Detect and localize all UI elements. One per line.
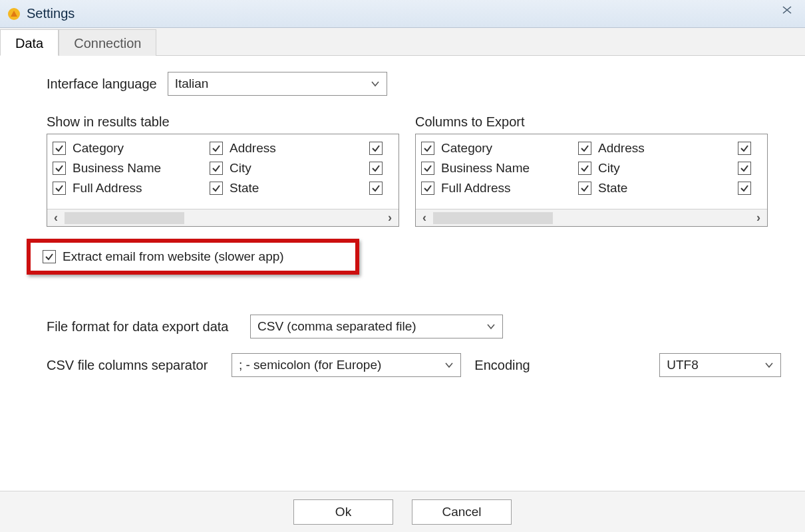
checkbox-icon[interactable] (421, 182, 434, 195)
results-panel-wrap: Show in results table Category Business … (47, 114, 399, 227)
scroll-right-icon[interactable]: › (750, 209, 767, 227)
interface-language-select[interactable]: Italian (168, 72, 387, 96)
checkbox-icon[interactable] (210, 142, 223, 155)
export-check-business-name[interactable]: Business Name (421, 158, 578, 178)
results-col-overflow (367, 138, 393, 198)
checkbox-icon[interactable] (210, 162, 223, 175)
chevron-down-icon (371, 80, 380, 87)
results-check-city[interactable]: City (210, 158, 367, 178)
results-check-address[interactable]: Address (210, 138, 367, 158)
ok-button[interactable]: Ok (293, 499, 393, 525)
chevron-down-icon (486, 323, 496, 330)
checkbox-icon[interactable] (578, 162, 591, 175)
checkbox-icon[interactable] (369, 162, 383, 175)
checkbox-icon[interactable] (421, 142, 434, 155)
results-check-state[interactable]: State (210, 178, 367, 198)
export-panel-wrap: Columns to Export Category Business Name (415, 114, 768, 227)
checkbox-icon[interactable] (53, 142, 66, 155)
chevron-down-icon (764, 362, 774, 368)
export-check-full-address[interactable]: Full Address (421, 178, 578, 198)
file-format-label: File format for data export data (47, 319, 240, 334)
interface-language-label: Interface language (47, 76, 157, 92)
extract-email-checkbox[interactable] (43, 250, 56, 263)
encoding-select[interactable]: UTF8 (659, 353, 781, 377)
results-check-business-name[interactable]: Business Name (53, 158, 210, 178)
cancel-button[interactable]: Cancel (412, 499, 512, 525)
results-panel: Category Business Name Full Address (47, 134, 399, 227)
export-check-category[interactable]: Category (421, 138, 578, 158)
export-col-2: Address City State (578, 138, 735, 198)
export-check-address[interactable]: Address (578, 138, 735, 158)
tab-connection[interactable]: Connection (59, 29, 156, 56)
results-check-category[interactable]: Category (53, 138, 210, 158)
columns-panels: Show in results table Category Business … (47, 114, 781, 227)
tab-data[interactable]: Data (0, 29, 59, 56)
scroll-right-icon[interactable]: › (381, 209, 399, 227)
scroll-left-icon[interactable]: ‹ (416, 209, 433, 227)
csv-separator-value: ; - semicolon (for Europe) (239, 358, 381, 372)
results-col-2: Address City State (210, 138, 367, 198)
export-col-1: Category Business Name Full Address (421, 138, 578, 198)
settings-window: Settings Data Connection Interface langu… (0, 0, 805, 532)
file-format-select[interactable]: CSV (comma separated file) (250, 315, 503, 338)
checkbox-icon[interactable] (369, 142, 383, 155)
export-panel: Category Business Name Full Address (415, 134, 768, 227)
scroll-track[interactable] (65, 212, 381, 224)
export-panel-title: Columns to Export (415, 114, 768, 130)
results-col-1: Category Business Name Full Address (53, 138, 210, 198)
checkbox-icon[interactable] (578, 142, 591, 155)
file-format-value: CSV (comma separated file) (257, 319, 416, 334)
close-icon[interactable] (777, 4, 797, 21)
scroll-left-icon[interactable]: ‹ (47, 209, 65, 227)
app-icon (7, 7, 21, 21)
checkbox-icon[interactable] (421, 162, 434, 175)
csv-separator-label: CSV file columns separator (47, 358, 221, 373)
row-csv-separator: CSV file columns separator ; - semicolon… (47, 353, 781, 377)
encoding-value: UTF8 (667, 358, 699, 372)
row-file-format: File format for data export data CSV (co… (47, 315, 781, 338)
scroll-track[interactable] (433, 212, 750, 224)
scroll-thumb[interactable] (433, 212, 553, 224)
extract-email-label: Extract email from website (slower app) (63, 249, 284, 264)
checkbox-icon[interactable] (210, 182, 223, 195)
checkbox-icon[interactable] (578, 182, 591, 195)
window-title: Settings (27, 6, 75, 21)
extract-email-highlight: Extract email from website (slower app) (27, 239, 359, 275)
checkbox-icon[interactable] (738, 162, 751, 175)
titlebar: Settings (0, 0, 805, 28)
export-check-state[interactable]: State (578, 178, 735, 198)
dialog-footer: Ok Cancel (0, 491, 805, 532)
results-panel-title: Show in results table (47, 114, 399, 130)
row-interface-language: Interface language Italian (47, 72, 781, 96)
checkbox-icon[interactable] (369, 182, 383, 195)
csv-separator-select[interactable]: ; - semicolon (for Europe) (232, 353, 461, 377)
checkbox-icon[interactable] (738, 182, 751, 195)
tab-body: Interface language Italian Show in resul… (0, 56, 805, 377)
results-horizontal-scrollbar[interactable]: ‹ › (47, 209, 399, 226)
export-options: File format for data export data CSV (co… (47, 315, 781, 377)
tabstrip: Data Connection (0, 28, 805, 56)
export-check-city[interactable]: City (578, 158, 735, 178)
export-horizontal-scrollbar[interactable]: ‹ › (416, 209, 767, 226)
checkbox-icon[interactable] (738, 142, 751, 155)
interface-language-value: Italian (175, 76, 209, 91)
checkbox-icon[interactable] (53, 182, 66, 195)
export-col-overflow (735, 138, 762, 198)
chevron-down-icon (444, 362, 454, 368)
encoding-label: Encoding (474, 358, 649, 373)
scroll-thumb[interactable] (65, 212, 184, 224)
checkbox-icon[interactable] (53, 162, 66, 175)
results-check-full-address[interactable]: Full Address (53, 178, 210, 198)
